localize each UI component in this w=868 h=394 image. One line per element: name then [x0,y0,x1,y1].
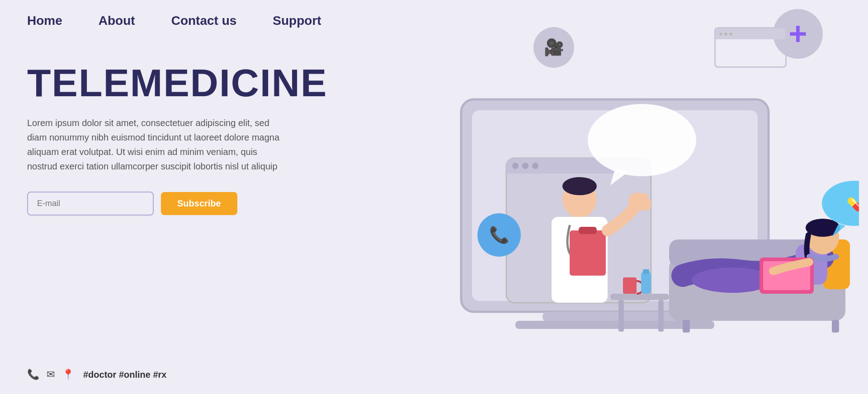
svg-point-8 [522,163,528,169]
svg-rect-23 [683,320,690,333]
email-icon: ✉ [47,369,55,380]
svg-rect-2 [542,312,687,322]
svg-rect-39 [643,269,649,274]
footer-icons: 📞 ✉ 📍 [27,369,74,380]
svg-rect-15 [579,227,597,234]
hero-title: TELEMEDICINE [27,63,289,102]
svg-text:📞: 📞 [489,225,509,244]
nav-support[interactable]: Support [273,14,321,28]
nav-about[interactable]: About [99,14,135,28]
hero-description: Lorem ipsum dolor sit amet, consectetuer… [27,116,289,174]
subscription-row: Subscribe [27,192,289,216]
svg-point-7 [512,163,519,169]
svg-point-11 [562,177,597,195]
email-input[interactable] [27,192,154,216]
svg-text:💊: 💊 [847,197,859,212]
illustration-area: + [371,0,868,394]
browser-dot-3 [729,33,732,36]
svg-rect-24 [832,320,839,333]
svg-rect-35 [618,300,624,332]
svg-point-9 [532,163,538,169]
svg-point-17 [588,104,696,176]
main-illustration: 📞 💊 ?? [416,36,859,380]
nav-home[interactable]: Home [27,14,62,28]
browser-dot-1 [719,33,722,36]
browser-dot-2 [724,33,727,36]
svg-rect-34 [610,294,669,300]
hero-section: TELEMEDICINE Lorem ipsum dolor sit amet,… [27,63,289,216]
svg-rect-38 [641,272,651,294]
phone-icon: 📞 [27,369,39,380]
nav-contact[interactable]: Contact us [171,14,237,28]
location-icon: 📍 [62,369,74,380]
hashtags: #doctor #online #rx [83,370,167,380]
subscribe-button[interactable]: Subscribe [161,192,237,215]
svg-rect-14 [570,230,606,276]
footer-bar: 📞 ✉ 📍 #doctor #online #rx [27,369,167,380]
svg-rect-36 [658,300,664,332]
svg-rect-37 [623,277,637,294]
